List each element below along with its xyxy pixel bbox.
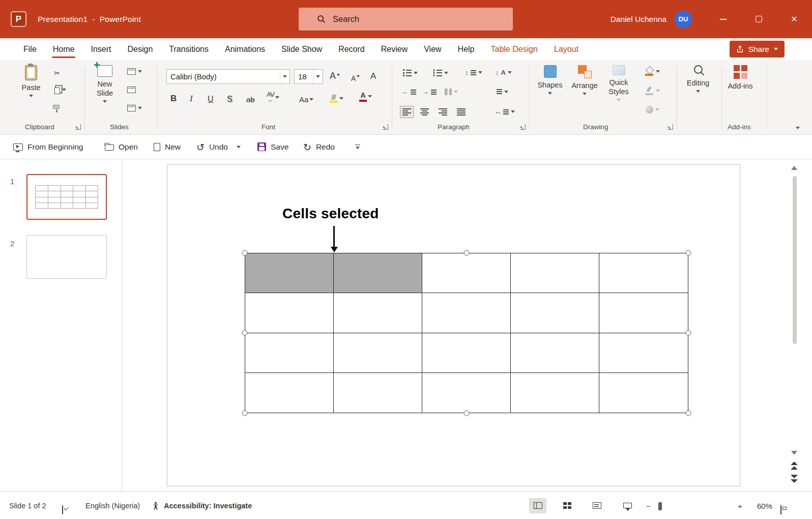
- user-name[interactable]: Daniel Uchenna: [611, 15, 666, 24]
- table-resize-handle-mid-left[interactable]: [242, 330, 248, 336]
- annotation-text[interactable]: Cells selected: [282, 206, 379, 222]
- table-cell[interactable]: [422, 253, 511, 293]
- table-cell[interactable]: [511, 373, 599, 413]
- slide-1-thumbnail[interactable]: [26, 174, 107, 220]
- tab-record[interactable]: Record: [330, 38, 373, 60]
- tab-animations[interactable]: Animations: [217, 38, 273, 60]
- table-cell[interactable]: [334, 293, 422, 333]
- scroll-down-icon[interactable]: [791, 451, 797, 455]
- tab-home[interactable]: Home: [45, 38, 83, 60]
- share-button[interactable]: Share: [730, 41, 785, 57]
- scroll-up-icon[interactable]: [791, 166, 797, 170]
- annotation-arrow[interactable]: [333, 226, 335, 247]
- columns-button[interactable]: [445, 89, 458, 95]
- slide-sorter-view-button[interactable]: [559, 498, 576, 513]
- from-beginning-button[interactable]: From Beginning: [13, 142, 83, 152]
- align-left-button[interactable]: [400, 106, 414, 118]
- increase-indent-button[interactable]: →: [422, 89, 437, 95]
- bold-button[interactable]: B: [170, 92, 177, 104]
- font-dialog-launcher[interactable]: [383, 124, 388, 130]
- change-case-button[interactable]: Aa: [299, 92, 313, 104]
- shape-outline-button[interactable]: [645, 86, 660, 95]
- slide-layout-button[interactable]: [127, 68, 142, 75]
- table-cell[interactable]: [245, 333, 334, 373]
- table-cell[interactable]: [599, 293, 688, 333]
- shapes-button[interactable]: Shapes: [535, 65, 565, 95]
- zoom-out-button[interactable]: −: [646, 501, 651, 510]
- quick-styles-button[interactable]: Quick Styles: [604, 65, 633, 101]
- tab-review[interactable]: Review: [373, 38, 416, 60]
- table-resize-handle-top-left[interactable]: [242, 250, 248, 256]
- table-cell[interactable]: [422, 293, 511, 333]
- tab-insert[interactable]: Insert: [82, 38, 119, 60]
- undo-button[interactable]: ↺ Undo: [196, 142, 241, 152]
- grow-font-button[interactable]: A: [330, 69, 340, 81]
- strikethrough-button[interactable]: ab: [246, 92, 255, 104]
- table-cell[interactable]: [245, 253, 334, 293]
- font-family-combobox[interactable]: Calibri (Body): [166, 69, 290, 84]
- new-slide-button[interactable]: New Slide: [91, 65, 119, 103]
- clipboard-dialog-launcher[interactable]: [75, 124, 81, 130]
- avatar[interactable]: DU: [675, 11, 692, 28]
- table-resize-handle-bottom-left[interactable]: [242, 411, 248, 416]
- shape-effects-button[interactable]: [646, 106, 659, 113]
- add-ins-button[interactable]: Add-ins: [726, 65, 755, 91]
- table-cell[interactable]: [599, 253, 688, 293]
- reset-slide-button[interactable]: [127, 86, 136, 93]
- font-size-combobox[interactable]: 18: [294, 69, 323, 84]
- table-resize-handle-bottom-center[interactable]: [464, 411, 470, 416]
- table-cell[interactable]: [334, 253, 422, 293]
- slide-2-thumbnail[interactable]: [26, 235, 107, 279]
- shrink-font-button[interactable]: A: [351, 70, 360, 82]
- close-button[interactable]: ✕: [776, 0, 812, 38]
- table-cell[interactable]: [334, 373, 422, 413]
- proofing-icon[interactable]: [62, 505, 63, 514]
- slide-editing-surface[interactable]: Cells selected: [167, 164, 740, 486]
- search-box[interactable]: Search: [299, 8, 513, 31]
- language-indicator[interactable]: English (Nigeria): [85, 502, 140, 510]
- table-cell[interactable]: [511, 293, 599, 333]
- table-cell[interactable]: [245, 373, 334, 413]
- bullets-button[interactable]: [403, 69, 418, 76]
- tab-transitions[interactable]: Transitions: [161, 38, 217, 60]
- align-right-button[interactable]: [439, 108, 447, 116]
- table-cell[interactable]: [599, 373, 688, 413]
- previous-slide-button[interactable]: [791, 462, 798, 470]
- scrollbar-thumb[interactable]: [793, 176, 797, 344]
- decrease-indent-button[interactable]: ←: [402, 89, 416, 95]
- align-text-button[interactable]: [497, 89, 508, 95]
- table-resize-handle-top-right[interactable]: [686, 250, 691, 256]
- underline-button[interactable]: U: [208, 92, 214, 104]
- text-shadow-button[interactable]: S: [227, 92, 233, 104]
- next-slide-button[interactable]: [791, 475, 798, 483]
- zoom-slider-thumb[interactable]: [658, 502, 662, 510]
- tab-layout[interactable]: Layout: [546, 38, 587, 60]
- font-size-dropdown[interactable]: [313, 70, 323, 83]
- tab-file[interactable]: File: [15, 38, 45, 60]
- tab-help[interactable]: Help: [450, 38, 483, 60]
- slide-table[interactable]: [245, 253, 688, 413]
- new-button[interactable]: New: [154, 142, 181, 152]
- align-center-button[interactable]: [420, 108, 429, 116]
- minimize-button[interactable]: [705, 0, 741, 38]
- tab-design[interactable]: Design: [119, 38, 161, 60]
- slide-show-button[interactable]: [619, 498, 636, 513]
- table-cell[interactable]: [334, 333, 422, 373]
- section-button[interactable]: [127, 105, 142, 111]
- convert-to-smartart-button[interactable]: ↔: [495, 108, 515, 115]
- tab-slide-show[interactable]: Slide Show: [273, 38, 330, 60]
- drawing-dialog-launcher[interactable]: [668, 124, 673, 130]
- table-resize-handle-mid-right[interactable]: [686, 330, 691, 336]
- table-cell[interactable]: [599, 333, 688, 373]
- zoom-level[interactable]: 60%: [749, 501, 772, 510]
- vertical-scrollbar[interactable]: [791, 164, 799, 488]
- zoom-in-button[interactable]: +: [738, 501, 742, 510]
- redo-button[interactable]: ↻ Redo: [303, 142, 335, 152]
- paragraph-dialog-launcher[interactable]: [520, 124, 526, 130]
- reading-view-button[interactable]: [588, 498, 605, 513]
- table-cell[interactable]: [422, 333, 511, 373]
- table-resize-handle-bottom-right[interactable]: [686, 411, 691, 416]
- toolbar-overflow-button[interactable]: [355, 145, 360, 150]
- text-highlight-button[interactable]: [330, 91, 343, 103]
- character-spacing-button[interactable]: AV ↔: [267, 91, 279, 103]
